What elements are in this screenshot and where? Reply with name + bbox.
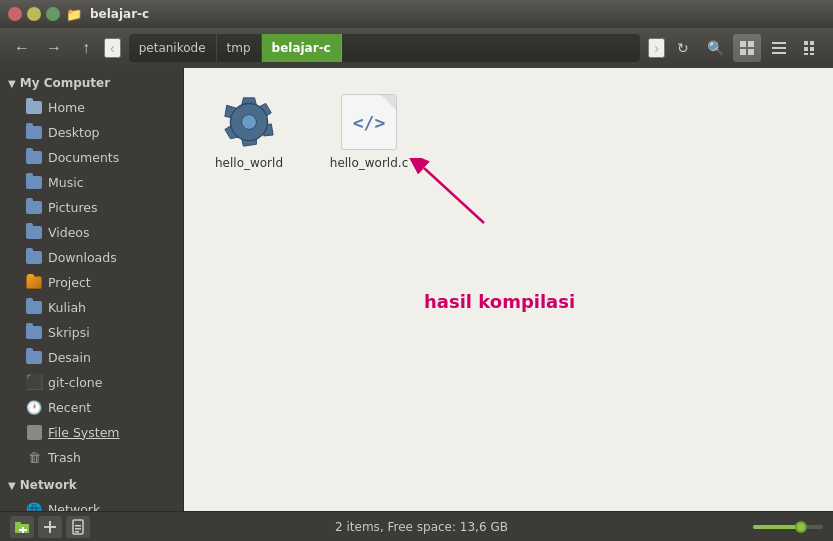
sidebar-item-skripsi[interactable]: Skripsi [2, 320, 181, 344]
sidebar-label-kuliah: Kuliah [48, 300, 86, 315]
sidebar-item-trash[interactable]: 🗑 Trash [2, 445, 181, 469]
window-title: belajar-c [90, 7, 149, 21]
compact-view-icon [803, 40, 819, 56]
up-icon: ↑ [82, 39, 90, 57]
statusbar-new-folder-button[interactable] [10, 516, 34, 538]
sidebar-item-network[interactable]: 🌐 Network [2, 497, 181, 511]
svg-rect-3 [748, 49, 754, 55]
c-source-icon: </> [341, 94, 397, 150]
reload-button[interactable]: ↻ [669, 34, 697, 62]
sidebar-item-pictures[interactable]: Pictures [2, 195, 181, 219]
sidebar-label-home: Home [48, 100, 85, 115]
svg-rect-26 [19, 529, 27, 531]
sidebar-item-videos[interactable]: Videos [2, 220, 181, 244]
sidebar-item-desktop[interactable]: Desktop [2, 120, 181, 144]
home-icon [26, 99, 42, 115]
music-folder-icon [26, 174, 42, 190]
toolbar: ← → ↑ ‹ petanikode tmp belajar-c › ↻ 🔍 [0, 28, 833, 68]
minimize-button[interactable] [27, 7, 41, 21]
sidebar-item-desain[interactable]: Desain [2, 345, 181, 369]
kuliah-folder-icon [26, 299, 42, 315]
breadcrumb-next-button[interactable]: › [648, 38, 665, 58]
sidebar-section-my-computer[interactable]: ▼ My Computer [0, 68, 183, 94]
svg-rect-28 [49, 521, 51, 533]
project-folder-icon [26, 274, 42, 290]
svg-rect-2 [740, 49, 746, 55]
recent-icon: 🕐 [26, 399, 42, 415]
sidebar-label-desain: Desain [48, 350, 91, 365]
statusbar-info: 2 items, Free space: 13,6 GB [90, 520, 753, 534]
statusbar-toggle-button[interactable] [38, 516, 62, 538]
new-folder-icon [14, 519, 30, 535]
trash-icon: 🗑 [26, 449, 42, 465]
annotation-text: hasil kompilasi [424, 291, 575, 312]
git-folder-icon: ⬛ [26, 374, 42, 390]
sidebar-item-home[interactable]: Home [2, 95, 181, 119]
section-label-network: Network [20, 478, 77, 492]
annotation-arrow [404, 158, 504, 228]
sidebar-item-downloads[interactable]: Downloads [2, 245, 181, 269]
back-icon: ← [14, 39, 30, 57]
titlebar: 📁 belajar-c [0, 0, 833, 28]
sidebar-item-documents[interactable]: Documents [2, 145, 181, 169]
compact-view-button[interactable] [797, 34, 825, 62]
breadcrumb-prev-button[interactable]: ‹ [104, 38, 121, 58]
sidebar-label-git-clone: git-clone [48, 375, 102, 390]
forward-icon: → [46, 39, 62, 57]
section-arrow-network: ▼ [8, 480, 16, 491]
sidebar-section-network[interactable]: ▼ Network [0, 470, 183, 496]
annotation: hasil kompilasi [404, 158, 575, 312]
grid-view-icon [739, 40, 755, 56]
list-view-icon [771, 40, 787, 56]
file-name-hello-world: hello_world [215, 156, 283, 170]
svg-rect-12 [810, 53, 814, 55]
sidebar-item-recent[interactable]: 🕐 Recent [2, 395, 181, 419]
forward-button[interactable]: → [40, 34, 68, 62]
sidebar-label-videos: Videos [48, 225, 90, 240]
breadcrumb-belajar-c[interactable]: belajar-c [262, 34, 342, 62]
toolbar-view-controls: ↻ 🔍 [669, 34, 825, 62]
svg-rect-0 [740, 41, 746, 47]
desktop-folder-icon [26, 124, 42, 140]
svg-line-22 [424, 168, 484, 223]
sidebar-label-project: Project [48, 275, 91, 290]
close-button[interactable] [8, 7, 22, 21]
section-label-my-computer: My Computer [20, 76, 110, 90]
breadcrumb-tmp[interactable]: tmp [217, 34, 262, 62]
list-view-button[interactable] [765, 34, 793, 62]
statusbar-info-button[interactable] [66, 516, 90, 538]
back-button[interactable]: ← [8, 34, 36, 62]
network-icon: 🌐 [26, 501, 42, 511]
sidebar-label-downloads: Downloads [48, 250, 117, 265]
file-hello-world[interactable]: hello_world [204, 88, 294, 176]
sidebar-label-desktop: Desktop [48, 125, 100, 140]
svg-rect-8 [810, 41, 814, 45]
window-controls [8, 7, 60, 21]
up-button[interactable]: ↑ [72, 34, 100, 62]
sidebar-item-filesystem[interactable]: File System [2, 420, 181, 444]
grid-view-button[interactable] [733, 34, 761, 62]
breadcrumb: petanikode tmp belajar-c [129, 34, 641, 62]
documents-folder-icon [26, 149, 42, 165]
sidebar-item-project[interactable]: Project [2, 270, 181, 294]
sidebar-label-skripsi: Skripsi [48, 325, 90, 340]
sidebar-item-kuliah[interactable]: Kuliah [2, 295, 181, 319]
search-button[interactable]: 🔍 [701, 34, 729, 62]
file-hello-world-c[interactable]: </> hello_world.c [324, 88, 414, 176]
svg-rect-7 [804, 41, 808, 45]
sidebar-label-network: Network [48, 502, 100, 512]
gear-svg [223, 96, 275, 148]
sidebar: ▼ My Computer Home Desktop Documents [0, 68, 184, 511]
svg-rect-32 [75, 531, 79, 533]
maximize-button[interactable] [46, 7, 60, 21]
executable-icon [221, 94, 277, 150]
svg-rect-30 [75, 525, 81, 527]
sidebar-item-git-clone[interactable]: ⬛ git-clone [2, 370, 181, 394]
sidebar-item-music[interactable]: Music [2, 170, 181, 194]
statusbar: 2 items, Free space: 13,6 GB [0, 511, 833, 541]
zoom-slider[interactable] [753, 525, 823, 529]
zoom-track [753, 525, 799, 529]
info-icon [70, 519, 86, 535]
zoom-thumb[interactable] [795, 521, 807, 533]
breadcrumb-petanikode[interactable]: petanikode [129, 34, 217, 62]
